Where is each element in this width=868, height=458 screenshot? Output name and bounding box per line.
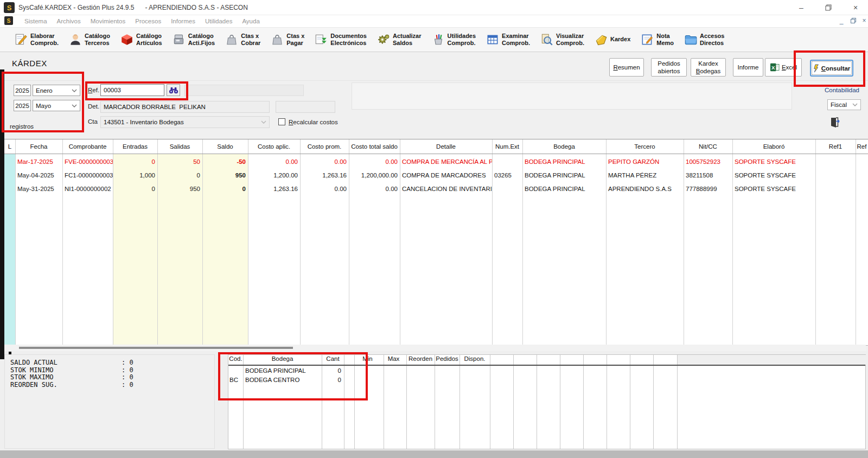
ref-aux-field (184, 85, 304, 96)
bodegas-col-header: Cant (322, 355, 344, 364)
bodegas-col-header: Dispon. (459, 355, 490, 364)
binoculars-icon (169, 87, 178, 94)
menu-procesos[interactable]: Procesos (130, 18, 166, 24)
det-label: Det. (88, 103, 99, 110)
excel-button[interactable]: X Excel (765, 58, 802, 77)
toolbar-utilidades-comprob[interactable]: UtilidadesComprob. (430, 29, 477, 50)
stock-stats-panel: SALDO ACTUAL: 0 STOK MINIMO: 0 STOK MAXI… (4, 354, 215, 449)
mdi-restore-icon (851, 18, 856, 23)
bodega-row-name[interactable]: BODEGA PRINCIPAL (245, 367, 321, 376)
bodegas-col-header: Pedidos (435, 355, 459, 364)
bag-icon (225, 33, 239, 47)
year-from-input[interactable]: 2025 (14, 85, 31, 96)
toolbar-documentos-electronicos[interactable]: DocumentosElectrónicos (313, 29, 368, 50)
table-row[interactable]: May-04-2025 FC1-00000000031,000 0950 1,2… (4, 168, 868, 182)
stat-line: REORDEN SUG.: 0 (10, 381, 214, 389)
toolbar-catalogo-articulos[interactable]: CatálogoArtículos (119, 29, 163, 50)
close-button[interactable]: × (844, 0, 867, 15)
pedidos-abiertos-button[interactable]: Pedidosabiertos (651, 58, 687, 77)
menu-utilidades[interactable]: Utilidades (200, 18, 238, 24)
toolbar-ctas-cobrar[interactable]: Ctas xCobrar (224, 29, 261, 50)
bag-icon (270, 33, 284, 47)
toolbar-examinar-comprob[interactable]: ExaminarComprob. (484, 29, 531, 50)
informe-button[interactable]: Informe (733, 58, 763, 77)
header-separator (228, 365, 865, 366)
person-icon (68, 33, 82, 47)
excel-icon: X (770, 63, 780, 72)
menu-archivos[interactable]: Archivos (52, 18, 86, 24)
col-header: Detalle (400, 143, 492, 150)
mdi-minimize-button[interactable]: _ (835, 15, 847, 26)
cta-select[interactable]: 143501 - Inventario Bodegas (100, 116, 270, 128)
ref-input[interactable]: 00003 (100, 84, 164, 96)
col-header: Costo prom. (300, 143, 349, 150)
title-bar: S SysCafé.KARDEX - Gestión Plus 24.9.5 -… (0, 0, 868, 15)
year-to-input[interactable]: 2025 (14, 100, 31, 111)
toolbar-accesos-directos[interactable]: AccesosDirectos (682, 29, 725, 50)
col-header: Costo total saldo (349, 143, 400, 150)
window-title: SysCafé.KARDEX - Gestión Plus 24.9.5 - A… (18, 0, 248, 15)
bodegas-col-header: Reorden (406, 355, 435, 364)
col-header: Elaboró (732, 143, 815, 150)
bodegas-col-header: Bodega (243, 355, 322, 364)
kardex-tag-icon (594, 33, 608, 47)
bodega-row-name[interactable]: BODEGA CENTRO (245, 377, 321, 385)
bodegas-header-extension (677, 355, 866, 365)
svg-text:S: S (7, 18, 11, 24)
kardex-bodegas-button[interactable]: KardexBodegas (691, 58, 726, 77)
col-header: Num.Ext (492, 143, 522, 150)
focus-ring (812, 61, 852, 75)
menu-informes[interactable]: Informes (166, 18, 200, 24)
separator-line (0, 80, 868, 81)
pencil-cup-icon (431, 33, 445, 47)
toolbar-elaborar-comprob[interactable]: ElaborarComprob. (13, 29, 60, 50)
registros-label: registros (10, 123, 34, 130)
stat-line: STOK MAXIMO: 0 (10, 374, 214, 381)
bodegas-col-header: Cod. (228, 355, 243, 364)
toolbar-visualizar-comprob[interactable]: VisualizarComprob. (539, 29, 585, 50)
bodega-row-cod[interactable] (229, 367, 242, 376)
col-header: Nit/CC (684, 143, 732, 150)
fiscal-select[interactable]: Fiscal (827, 99, 861, 110)
toolbar-catalogo-actifijos[interactable]: CatálogoActi.Fijos (171, 29, 216, 50)
table-row[interactable]: Mar-17-2025 FVE-00000000030 50-50 0.000.… (4, 155, 868, 168)
bodegas-col-header: Min (354, 355, 384, 364)
restore-button[interactable] (816, 0, 840, 15)
grid-icon (486, 33, 500, 47)
note-pencil-icon (640, 33, 654, 47)
month-to-select[interactable]: Mayo (33, 100, 80, 111)
kardex-table: L Fecha Comprobante Entradas Salidas Sal… (4, 139, 868, 346)
minimize-button[interactable]: – (789, 0, 813, 15)
bodega-row-cod[interactable]: BC (229, 377, 242, 385)
red-cube-icon (120, 33, 134, 47)
mdi-close-button[interactable]: × (858, 15, 868, 26)
ref-label: Ref. (88, 87, 99, 93)
chevron-down-icon (852, 103, 858, 106)
app-logo-icon: S (4, 2, 15, 14)
svg-text:S: S (7, 4, 12, 12)
table-row[interactable]: May-31-2025 NI1-00000000020 9500 1,263.1… (4, 182, 868, 195)
exit-button[interactable] (829, 116, 841, 130)
bodega-row-cant[interactable]: 0 (322, 377, 344, 385)
month-from-select[interactable]: Enero (33, 85, 80, 96)
recalcular-checkbox[interactable] (278, 118, 285, 125)
mdi-restore-button[interactable] (847, 15, 859, 26)
menu-movimientos[interactable]: Movimientos (86, 18, 131, 24)
toolbar-catalogo-terceros[interactable]: CatálogoTerceros (67, 29, 111, 50)
menu-sistema[interactable]: Sistema (20, 18, 52, 24)
contabilidad-label: Contabilidad (825, 87, 867, 93)
bodega-row-cant[interactable]: 0 (322, 367, 344, 376)
search-ref-button[interactable] (167, 84, 180, 96)
col-header: L (4, 143, 15, 150)
toolbar-ctas-pagar[interactable]: Ctas xPagar (269, 29, 305, 50)
resumen-button[interactable]: Resumen (609, 58, 644, 77)
toolbar-actualizar-saldos[interactable]: ActualizarSaldos (375, 29, 423, 50)
toolbar-kardex[interactable]: Kardex (593, 29, 631, 50)
consultar-button[interactable]: Consultar (810, 60, 853, 77)
col-header: Ref (856, 143, 868, 150)
scrollbar-thumb[interactable] (19, 347, 293, 349)
recalcular-label: Recalcular costos (289, 119, 338, 125)
menu-ayuda[interactable]: Ayuda (237, 18, 264, 24)
col-header: Saldo (202, 143, 248, 150)
toolbar-nota-memo[interactable]: NotaMemo (639, 29, 675, 50)
